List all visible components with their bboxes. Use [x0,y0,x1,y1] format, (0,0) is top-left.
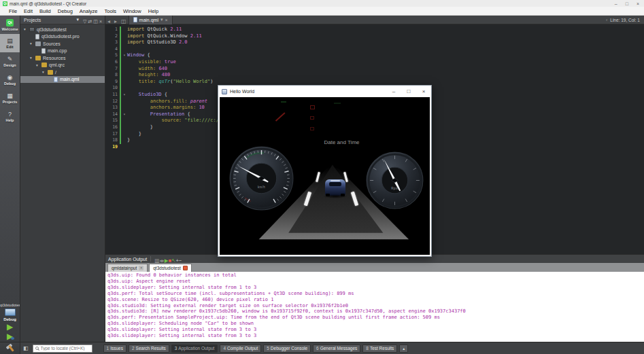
maximize-button[interactable]: □ [401,86,416,97]
close-button[interactable]: × [637,1,639,6]
change-marker [120,72,121,79]
split-icon[interactable]: ◫ [92,19,99,24]
chevron-left-icon[interactable]: ‹ [606,18,607,22]
sidebar-view-combo[interactable]: Projects ▾ [22,17,80,22]
close-icon[interactable]: × [165,18,168,22]
fold-marker-icon[interactable]: ▾ [122,52,127,59]
fold-spacer [122,79,127,86]
tree-item-label: qml.qrc [49,63,65,67]
mode-design[interactable]: ✎Design [0,52,20,71]
kit-selector-icon[interactable] [5,308,16,316]
chevron-expanded-icon[interactable]: ▾ [29,56,33,60]
change-marker [120,137,121,144]
fold-spacer [122,99,127,105]
chevron-down-icon[interactable]: ▾ [160,17,163,22]
pane-button-general-messages[interactable]: 6General Messages [313,344,360,353]
car [325,179,345,196]
pane-expand-button[interactable]: ▴ [399,344,408,353]
tree-item-label: Sources [43,41,61,46]
fold-marker-icon[interactable]: ▾ [122,111,127,118]
change-marker [120,33,121,40]
close-icon[interactable]: × [99,19,103,24]
line-col-indicator[interactable]: Line: 19, Col: 1 [610,18,640,22]
code-line-3: 3import QtStudio3D 2.0 [105,39,644,46]
fold-spacer [122,105,127,111]
kit-label[interactable]: Debug [3,317,16,321]
application-output-log[interactable]: q3ds.uip: Found 0 behavior instances in … [105,272,644,342]
mode-edit[interactable]: ▤Edit [0,34,20,52]
tree-item-qt3dstudiotest-pro[interactable]: qt3dstudiotest.pro [20,33,105,41]
build-button[interactable] [5,344,15,353]
split-icon[interactable]: ◫ [119,18,129,24]
pane-number: 8 [366,346,369,351]
render-artifact [310,116,314,120]
back-icon[interactable]: ◂ [105,18,112,24]
maximize-button[interactable]: □ [626,1,628,6]
app-window-icon [222,89,227,94]
debug-run-button[interactable]: ▶ [7,332,13,340]
tree-item-qt3dstudiotest[interactable]: ▾qt3dstudiotest [20,26,105,33]
minimize-button[interactable]: – [615,1,617,6]
menu-item-help[interactable]: Help [145,8,162,14]
line-number: 12 [105,99,119,105]
pane-button-search-results[interactable]: 2Search Results [129,344,169,353]
menu-item-build[interactable]: Build [36,8,54,14]
menu-item-debug[interactable]: Debug [54,8,76,14]
chevron-expanded-icon[interactable]: ▾ [29,41,33,46]
log-line: q3ds.uip: Aspect engine reset [107,279,642,285]
log-line: q3ds.uip: Found 0 behavior instances in … [107,272,642,279]
mode-welcome[interactable]: QtWelcome [0,16,20,34]
tree-item-resources[interactable]: ▾Resources [20,54,105,62]
pane-button-debugger-console[interactable]: 5Debugger Console [263,344,311,353]
tree-item-main-cpp[interactable]: main.cpp [20,48,105,55]
line-number: 10 [105,85,119,92]
dashboard-3d-scene[interactable]: Date and Time km/h [220,97,430,255]
close-icon[interactable]: × [139,266,143,270]
fold-spacer [122,137,127,144]
run-button[interactable]: ▶ [7,323,13,331]
mode-projects[interactable]: ▦Projects [0,89,20,107]
tree-item-sources[interactable]: ▾Sources [20,40,105,48]
change-marker [120,26,121,33]
editor-tab-label: main.qml [139,18,158,22]
tree-item-qml-qrc[interactable]: ▾qml.qrc [20,62,105,69]
stop-run-icon[interactable] [183,266,188,270]
menu-item-file[interactable]: File [5,8,20,14]
locator-input[interactable] [41,346,90,351]
file-icon [35,34,39,39]
projects-panel: Projects ▾ ▽⇄◫× ▾qt3dstudiotestqt3dstudi… [20,16,105,342]
fold-spacer [122,39,127,46]
forward-icon[interactable]: ▸ [112,18,119,24]
toggle-sidebar-icon[interactable]: ◧ [20,345,31,351]
mode-debug[interactable]: ◉Debug [0,71,20,89]
fold-marker-icon[interactable]: ▾ [122,92,127,99]
chevron-expanded-icon[interactable]: ▾ [22,27,27,31]
chevron-expanded-icon[interactable]: ▾ [35,63,39,67]
menu-item-edit[interactable]: Edit [20,8,36,14]
line-number: 13 [105,105,119,111]
tree-item--[interactable]: ▾/ [20,69,105,76]
line-number: 17 [105,131,119,138]
folder-resource-icon [35,56,41,60]
file-cpp-icon [41,48,46,54]
output-tab-qt3dstudiotest[interactable]: qt3dstudiotest [149,264,191,272]
output-tab-qmldatainput[interactable]: qmldatainput× [107,264,148,272]
close-button[interactable]: × [416,86,431,97]
rpm-unit-label: Rpm [365,187,424,190]
pane-button-issues[interactable]: 1Issues [103,344,126,353]
tree-item-main-qml[interactable]: main.qml [20,76,105,84]
editor-tab-main-qml[interactable]: main.qml ▾ × [129,16,173,24]
code-line-8: 8 height: 480 [105,72,644,79]
pane-button-compile-output[interactable]: 4Compile Output [220,344,261,353]
chevron-expanded-icon[interactable]: ▾ [41,70,46,74]
pane-number: 1 [107,346,109,351]
qml-file-icon [133,17,137,22]
pane-button-test-results[interactable]: 8Test Results [362,344,397,353]
pane-button-application-output[interactable]: 3Application Output [171,344,218,353]
mode-help[interactable]: ?Help [0,107,20,126]
hello-world-titlebar[interactable]: Hello World – □ × [218,86,431,97]
render-artifact [310,105,315,109]
minimize-button[interactable]: – [386,86,401,97]
qt-creator-window: Qt main.qml @ qt3dstudiotest - Qt Creato… [0,0,644,354]
code-line-6: 6 visible: true [105,59,644,66]
